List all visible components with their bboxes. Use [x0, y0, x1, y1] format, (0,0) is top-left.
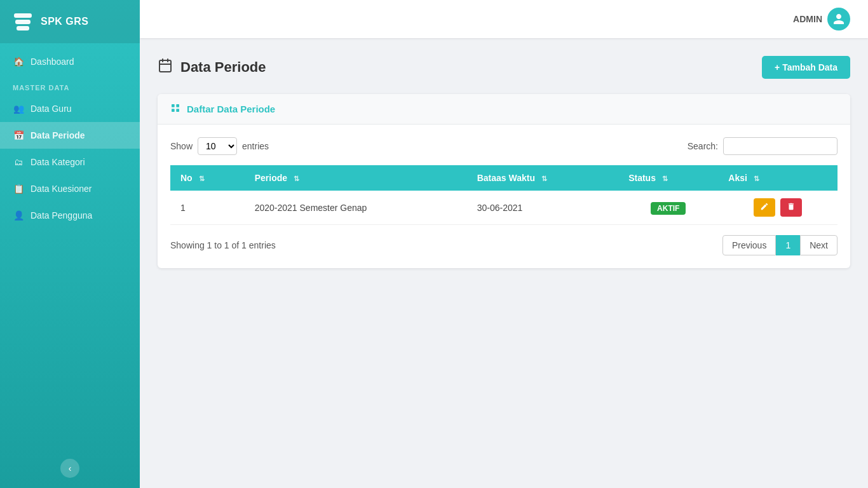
cell-bataas-waktu: 30-06-2021 [467, 191, 618, 225]
edit-button[interactable] [754, 198, 775, 217]
sidebar-label-data-pengguna: Data Pengguna [31, 210, 92, 220]
sidebar-item-data-pengguna[interactable]: 👤 Data Pengguna [0, 202, 140, 229]
svg-rect-6 [172, 109, 175, 112]
sidebar-label-data-kuesioner: Data Kuesioner [31, 184, 92, 194]
col-status[interactable]: Status ⇅ [618, 165, 718, 191]
col-no-label: No [180, 173, 193, 183]
show-entries: Show 10 25 50 100 entries [170, 137, 269, 155]
col-bataas-waktu[interactable]: Bataas Waktu ⇅ [467, 165, 618, 191]
sort-icon-periode: ⇅ [294, 175, 299, 182]
sidebar-label-data-kategori: Data Kategori [31, 157, 85, 167]
user-avatar [827, 8, 850, 30]
sidebar-label-data-periode: Data Periode [31, 130, 85, 140]
cell-status: AKTIF [618, 191, 718, 225]
showing-text: Showing 1 to 1 of 1 entries [170, 240, 276, 250]
sidebar-logo: SPK GRS [0, 0, 140, 43]
sidebar-item-data-kategori[interactable]: 🗂 Data Kategori [0, 149, 140, 175]
delete-button[interactable] [780, 198, 802, 217]
col-no[interactable]: No ⇅ [170, 165, 245, 191]
sidebar: SPK GRS 🏠 Dashboard MASTER DATA 👥 Data G… [0, 0, 140, 488]
status-badge: AKTIF [651, 202, 686, 215]
entries-select[interactable]: 10 25 50 100 [198, 137, 237, 155]
sidebar-nav: 🏠 Dashboard MASTER DATA 👥 Data Guru 📅 Da… [0, 43, 140, 449]
logo-icon [11, 10, 34, 33]
search-input[interactable] [723, 137, 837, 155]
page-title: Data Periode [180, 59, 266, 76]
sort-icon-aksi: ⇅ [754, 175, 759, 182]
svg-rect-0 [159, 60, 171, 72]
col-periode-label: Periode [255, 173, 287, 183]
next-button[interactable]: Next [800, 235, 837, 255]
col-periode[interactable]: Periode ⇅ [245, 165, 467, 191]
col-status-label: Status [628, 173, 656, 183]
entries-label: entries [242, 141, 269, 151]
show-label: Show [170, 141, 193, 151]
data-periode-table: No ⇅ Periode ⇅ Bataas Waktu ⇅ [170, 165, 837, 225]
data-periode-icon: 📅 [13, 130, 24, 141]
top-header: ADMIN [140, 0, 868, 38]
card-header: Daftar Data Periode [158, 94, 850, 125]
cell-aksi [718, 191, 837, 225]
app-name: SPK GRS [41, 16, 89, 27]
data-guru-icon: 👥 [13, 103, 24, 114]
data-kuesioner-icon: 📋 [13, 183, 24, 194]
admin-username: ADMIN [793, 14, 822, 24]
cell-no: 1 [170, 191, 245, 225]
sidebar-collapse-area: ‹ [0, 449, 140, 488]
pagination: Previous 1 Next [722, 235, 837, 255]
svg-rect-7 [176, 109, 179, 112]
page-content: Data Periode + Tambah Data Daftar Data P… [140, 38, 868, 488]
col-aksi[interactable]: Aksi ⇅ [718, 165, 837, 191]
table-row: 1 2020-2021 Semester Genap 30-06-2021 AK… [170, 191, 837, 225]
sidebar-item-data-periode[interactable]: 📅 Data Periode [0, 122, 140, 149]
col-bataas-waktu-label: Bataas Waktu [477, 173, 535, 183]
sort-icon-no: ⇅ [199, 175, 205, 182]
page-header: Data Periode + Tambah Data [158, 56, 850, 79]
svg-rect-5 [176, 104, 179, 107]
sidebar-item-data-kuesioner[interactable]: 📋 Data Kuesioner [0, 175, 140, 202]
cell-periode: 2020-2021 Semester Genap [245, 191, 467, 225]
previous-button[interactable]: Previous [722, 235, 776, 255]
card-header-icon [170, 103, 180, 115]
collapse-sidebar-button[interactable]: ‹ [60, 459, 79, 478]
data-periode-card: Daftar Data Periode Show 10 25 50 100 en… [158, 94, 850, 268]
sidebar-label-data-guru: Data Guru [31, 104, 72, 114]
page-title-icon [158, 58, 173, 77]
svg-rect-4 [172, 104, 175, 107]
card-header-title: Daftar Data Periode [187, 104, 275, 114]
table-header-row: No ⇅ Periode ⇅ Bataas Waktu ⇅ [170, 165, 837, 191]
sidebar-item-dashboard[interactable]: 🏠 Dashboard [0, 48, 140, 75]
add-data-button[interactable]: + Tambah Data [762, 56, 850, 79]
page-1-button[interactable]: 1 [776, 235, 800, 255]
page-title-wrap: Data Periode [158, 58, 266, 77]
user-menu[interactable]: ADMIN [793, 8, 850, 30]
data-pengguna-icon: 👤 [13, 210, 24, 221]
master-data-section-label: MASTER DATA [0, 75, 140, 95]
dashboard-icon: 🏠 [13, 56, 24, 67]
data-kategori-icon: 🗂 [13, 156, 24, 168]
table-controls: Show 10 25 50 100 entries Search: [170, 137, 837, 155]
main-area: ADMIN Data Periode [140, 0, 868, 488]
sort-icon-bataas-waktu: ⇅ [541, 175, 547, 182]
table-footer: Showing 1 to 1 of 1 entries Previous 1 N… [170, 235, 837, 255]
card-body: Show 10 25 50 100 entries Search: [158, 125, 850, 268]
sort-icon-status: ⇅ [662, 175, 668, 182]
search-label: Search: [688, 141, 718, 151]
col-aksi-label: Aksi [728, 173, 747, 183]
sidebar-item-data-guru[interactable]: 👥 Data Guru [0, 95, 140, 122]
search-wrap: Search: [688, 137, 837, 155]
sidebar-label-dashboard: Dashboard [31, 57, 74, 67]
